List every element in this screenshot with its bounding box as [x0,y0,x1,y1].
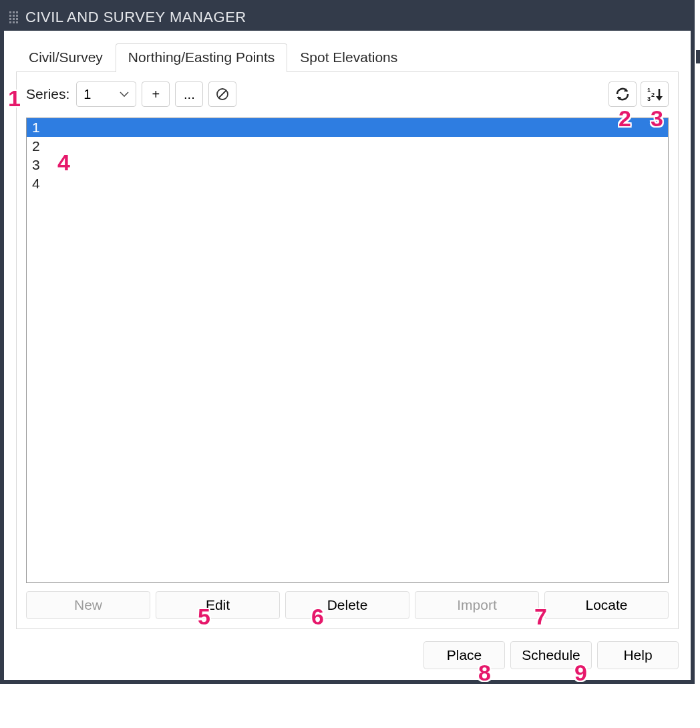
titlebar[interactable]: CIVIL AND SURVEY MANAGER [4,4,691,31]
list-item[interactable]: 2 [27,137,668,156]
schedule-button[interactable]: Schedule [510,641,592,669]
new-button[interactable]: New [26,591,150,619]
svg-text:3: 3 [647,96,651,102]
place-button[interactable]: Place [423,641,505,669]
edit-button[interactable]: Edit [156,591,280,619]
svg-text:2: 2 [651,92,655,98]
renumber-button[interactable]: 1 2 3 [641,81,669,107]
remove-series-button[interactable] [208,81,236,107]
list-item[interactable]: 4 [27,174,668,193]
tab-civil-survey[interactable]: Civil/Survey [16,43,116,72]
list-item[interactable]: 3 [27,156,668,174]
refresh-icon [614,86,631,102]
points-listbox[interactable]: 1 2 3 4 [26,118,669,583]
series-select[interactable]: 1 [76,81,136,107]
series-value: 1 [83,87,91,102]
drag-grip-icon[interactable] [9,11,19,23]
tab-spot-elevations[interactable]: Spot Elevations [287,43,410,72]
decorative-right-edge [696,50,700,63]
import-button[interactable]: Import [415,591,539,619]
tab-northing-easting[interactable]: Northing/Easting Points [116,43,287,72]
toolbar: Series: 1 + ... [26,81,669,107]
tab-panel: Series: 1 + ... [16,72,679,629]
delete-button[interactable]: Delete [285,591,409,619]
series-label: Series: [26,86,69,102]
help-button[interactable]: Help [597,641,679,669]
add-series-button[interactable]: + [142,81,170,107]
content-area: Civil/Survey Northing/Easting Points Spo… [4,31,691,680]
window-title: CIVIL AND SURVEY MANAGER [25,9,246,26]
tab-strip: Civil/Survey Northing/Easting Points Spo… [16,43,679,72]
footer-buttons: Place Schedule Help [16,641,679,669]
action-buttons: New Edit Delete Import Locate [26,591,669,619]
renumber-icon: 1 2 3 [646,86,663,102]
svg-text:1: 1 [647,87,651,94]
refresh-button[interactable] [608,81,637,107]
no-entry-icon [215,87,230,102]
chevron-down-icon [120,91,129,98]
app-window: CIVIL AND SURVEY MANAGER Civil/Survey No… [0,0,695,684]
svg-line-1 [219,91,226,98]
locate-button[interactable]: Locate [544,591,669,619]
list-item[interactable]: 1 [27,118,668,137]
more-series-button[interactable]: ... [175,81,203,107]
